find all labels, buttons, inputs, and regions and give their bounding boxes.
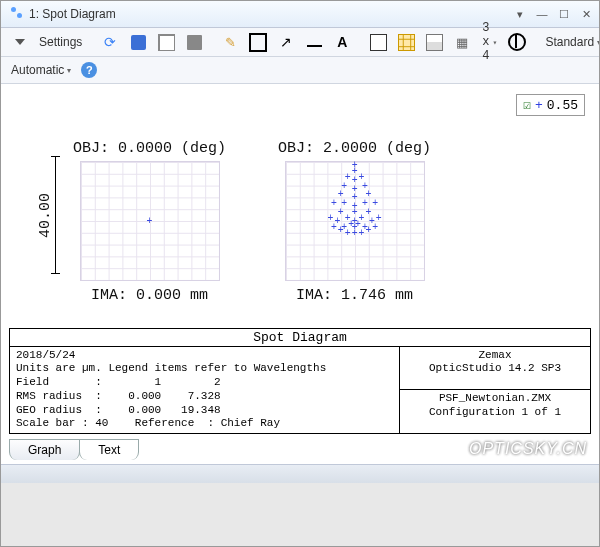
save-icon[interactable] bbox=[126, 31, 150, 53]
spot-point: + bbox=[359, 172, 365, 182]
spot-point: + bbox=[338, 189, 344, 199]
dropdown-icon[interactable]: ▾ bbox=[513, 7, 527, 21]
copy-icon[interactable] bbox=[154, 31, 178, 53]
info-left: 2018/5/24 Units are µm. Legend items ref… bbox=[10, 347, 399, 434]
info-file: PSF_Newtonian.ZMX Configuration 1 of 1 bbox=[400, 390, 590, 433]
spot-point: + bbox=[362, 181, 368, 191]
text-icon[interactable]: A bbox=[330, 31, 354, 53]
status-bar bbox=[1, 464, 599, 483]
settings-button[interactable]: Settings bbox=[35, 35, 86, 49]
spot-point: + bbox=[352, 175, 358, 185]
spot-point: + bbox=[365, 207, 371, 217]
tab-text[interactable]: Text bbox=[79, 439, 139, 460]
ima-label-1: IMA: 0.000 mm bbox=[91, 287, 208, 304]
standard-dropdown[interactable]: Standard▾ bbox=[541, 35, 600, 49]
help-icon[interactable]: ? bbox=[81, 62, 97, 78]
spot-grid-1: + bbox=[80, 161, 220, 281]
checkbox-icon: ☑ bbox=[523, 97, 531, 113]
target-icon[interactable] bbox=[505, 31, 529, 53]
arrow-icon[interactable]: ↗ bbox=[274, 31, 298, 53]
spot-point: + bbox=[352, 201, 358, 211]
ima-label-2: IMA: 1.746 mm bbox=[296, 287, 413, 304]
spot-point: + bbox=[352, 160, 358, 170]
spot-point: + bbox=[334, 216, 340, 226]
spot-point: + bbox=[359, 213, 365, 223]
spot-point: + bbox=[147, 216, 153, 226]
plot-area: ☑ + 0.55 40.00 OBJ: 0.0000 (deg) + IMA: … bbox=[1, 84, 599, 464]
watermark: OPTICSKY.CN bbox=[469, 440, 587, 458]
spot-point: + bbox=[372, 198, 378, 208]
scale-bar: 40.00 bbox=[55, 156, 56, 274]
titlebar: 1: Spot Diagram ▾ ― ☐ ✕ bbox=[1, 1, 599, 28]
plus-marker-icon: + bbox=[535, 98, 543, 113]
spot-point: + bbox=[365, 189, 371, 199]
spot-plot-field-2: OBJ: 2.0000 (deg) ++++++++++++++++++++++… bbox=[278, 140, 431, 304]
grid-highlight-icon[interactable] bbox=[394, 31, 418, 53]
pencil-icon[interactable]: ✎ bbox=[218, 31, 242, 53]
window-title: 1: Spot Diagram bbox=[29, 7, 513, 21]
spot-grid-2: ++++++++++++++++++++++++++++++++++++++ bbox=[285, 161, 425, 281]
wavelength-legend[interactable]: ☑ + 0.55 bbox=[516, 94, 585, 116]
spot-point: + bbox=[327, 213, 333, 223]
spot-point: + bbox=[341, 198, 347, 208]
spot-point: + bbox=[341, 222, 347, 232]
spot-point: + bbox=[352, 184, 358, 194]
app-icon bbox=[9, 7, 23, 21]
obj-label-2: OBJ: 2.0000 (deg) bbox=[278, 140, 431, 157]
info-software: Zemax OpticStudio 14.2 SP3 bbox=[400, 347, 590, 391]
tab-graph[interactable]: Graph bbox=[9, 439, 80, 460]
scale-value: 40.00 bbox=[37, 192, 54, 237]
spot-point: + bbox=[345, 213, 351, 223]
spot-point: + bbox=[362, 222, 368, 232]
obj-label-1: OBJ: 0.0000 (deg) bbox=[73, 140, 226, 157]
window-icon[interactable] bbox=[366, 31, 390, 53]
secondary-toolbar: Automatic▾ ? bbox=[1, 57, 599, 84]
spot-point: + bbox=[345, 172, 351, 182]
maximize-button[interactable]: ☐ bbox=[557, 7, 571, 21]
close-button[interactable]: ✕ bbox=[579, 7, 593, 21]
line-icon[interactable] bbox=[302, 31, 326, 53]
stack-icon[interactable] bbox=[422, 31, 446, 53]
spot-point: + bbox=[376, 213, 382, 223]
spot-point: + bbox=[341, 181, 347, 191]
expand-toggle[interactable] bbox=[7, 31, 31, 53]
spot-point: + bbox=[331, 198, 337, 208]
main-toolbar: Settings ⟳ ✎ ↗ A ▦ 3 x 4▾ Standard▾ bbox=[1, 28, 599, 57]
grid-size-selector[interactable]: 3 x 4▾ bbox=[478, 21, 501, 63]
refresh-icon[interactable]: ⟳ bbox=[98, 31, 122, 53]
spot-point: + bbox=[362, 198, 368, 208]
spot-point: + bbox=[338, 207, 344, 217]
spot-point: + bbox=[369, 216, 375, 226]
rectangle-icon[interactable] bbox=[246, 31, 270, 53]
spot-point: + bbox=[352, 216, 358, 226]
spot-point: + bbox=[352, 192, 358, 202]
info-title: Spot Diagram bbox=[10, 329, 590, 347]
minimize-button[interactable]: ― bbox=[535, 7, 549, 21]
automatic-dropdown[interactable]: Automatic▾ bbox=[7, 63, 75, 77]
print-icon[interactable] bbox=[182, 31, 206, 53]
info-panel: Spot Diagram 2018/5/24 Units are µm. Leg… bbox=[9, 328, 591, 435]
legend-value: 0.55 bbox=[547, 98, 578, 113]
bottom-tabs: Graph Text bbox=[9, 439, 138, 460]
spot-plot-field-1: OBJ: 0.0000 (deg) + IMA: 0.000 mm bbox=[73, 140, 226, 304]
grid-icon[interactable]: ▦ bbox=[450, 31, 474, 53]
